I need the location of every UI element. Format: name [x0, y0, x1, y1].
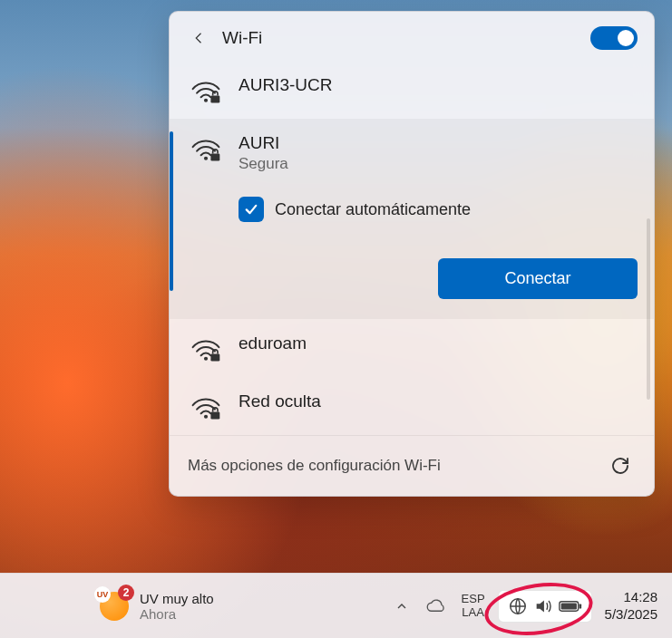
- lang-line2: LAA: [462, 606, 484, 620]
- more-wifi-settings-link[interactable]: Más opciones de configuración Wi-Fi: [188, 457, 441, 475]
- weather-widget[interactable]: UV 2 UV muy alto Ahora: [100, 591, 214, 622]
- wifi-secure-icon: [190, 135, 222, 162]
- desktop-background: Wi-Fi AURI3-UCR: [0, 0, 672, 638]
- refresh-button[interactable]: [605, 450, 636, 481]
- clock[interactable]: 14:28 5/3/2025: [605, 589, 657, 624]
- wifi-secure-icon: [190, 393, 222, 420]
- volume-icon: [533, 596, 553, 616]
- network-item[interactable]: eduroam: [170, 319, 654, 377]
- show-hidden-icons-button[interactable]: [389, 594, 414, 619]
- weather-headline: UV muy alto: [140, 591, 214, 606]
- wifi-secure-icon: [190, 335, 222, 362]
- wifi-secure-icon: [190, 77, 222, 104]
- wifi-flyout: Wi-Fi AURI3-UCR: [169, 11, 655, 497]
- back-button[interactable]: [186, 24, 213, 52]
- network-ssid: eduroam: [239, 334, 307, 353]
- svg-point-2: [204, 157, 208, 160]
- svg-rect-10: [560, 603, 576, 609]
- refresh-icon: [609, 455, 631, 477]
- network-status: Segura: [239, 155, 471, 173]
- connect-button[interactable]: Conectar: [438, 258, 638, 299]
- network-ssid: AURI: [239, 133, 471, 153]
- cloud-icon: [425, 598, 447, 614]
- taskbar: UV 2 UV muy alto Ahora ESP LAA: [0, 573, 672, 638]
- quick-settings-button[interactable]: [498, 590, 592, 623]
- weather-subline: Ahora: [140, 606, 214, 622]
- language-indicator[interactable]: ESP LAA: [458, 591, 489, 622]
- auto-connect-checkbox[interactable]: [239, 197, 264, 222]
- onedrive-tray-icon[interactable]: [424, 594, 449, 619]
- network-ssid: Red oculta: [239, 392, 321, 411]
- auto-connect-label: Conectar automáticamente: [275, 200, 471, 219]
- svg-rect-1: [210, 95, 219, 102]
- arrow-left-icon: [191, 30, 208, 46]
- notification-count-badge: 2: [118, 585, 134, 601]
- network-globe-icon: [508, 596, 528, 616]
- check-icon: [243, 201, 259, 218]
- network-item[interactable]: AURI3-UCR: [170, 61, 654, 119]
- svg-rect-5: [210, 353, 219, 361]
- network-list: AURI3-UCR AURI Segura: [170, 61, 654, 435]
- network-ssid: AURI3-UCR: [239, 75, 332, 95]
- clock-time: 14:28: [623, 589, 657, 606]
- network-item-selected[interactable]: AURI Segura Conectar automáticamente Con…: [170, 119, 654, 319]
- network-item[interactable]: Red oculta: [170, 377, 654, 435]
- svg-point-6: [204, 415, 208, 419]
- flyout-title: Wi-Fi: [222, 28, 262, 48]
- svg-point-4: [204, 357, 208, 361]
- svg-rect-11: [579, 604, 581, 608]
- clock-date: 5/3/2025: [605, 606, 657, 624]
- weather-sun-icon: UV 2: [100, 592, 129, 621]
- svg-point-0: [204, 99, 208, 102]
- battery-icon: [559, 599, 582, 614]
- svg-rect-3: [210, 153, 219, 160]
- svg-rect-7: [210, 411, 219, 419]
- uv-badge: UV: [94, 586, 111, 603]
- wifi-toggle[interactable]: [590, 26, 638, 50]
- chevron-up-icon: [394, 599, 409, 614]
- lang-line1: ESP: [462, 593, 485, 606]
